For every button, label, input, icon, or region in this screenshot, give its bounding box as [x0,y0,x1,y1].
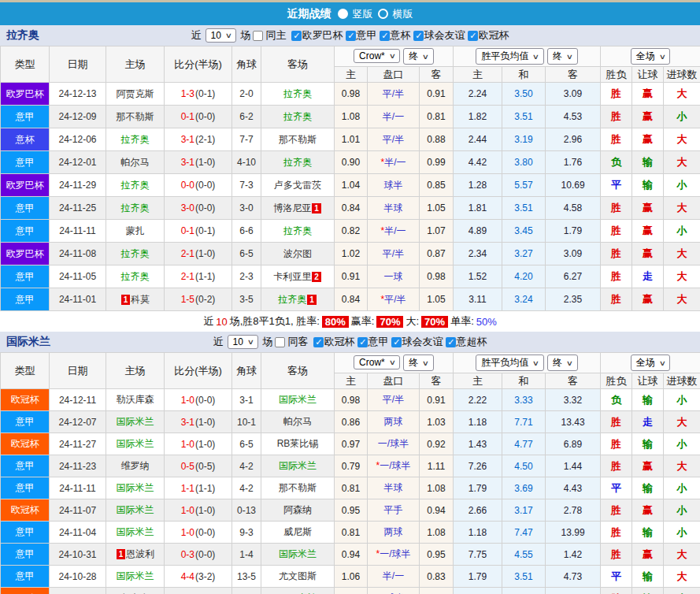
fulltime-score: 1-0 [181,395,194,406]
fulltime-score: 1-5 [181,294,194,305]
score-cell: 1-0(1-0) [165,433,232,455]
away-team-name: 拉齐奥 [278,294,306,305]
corners-cell: 9-3 [232,522,261,544]
match-date-cell: 24-11-05 [50,265,106,288]
corners-cell: 2-0 [232,83,261,106]
home-odds-cell: 0.84 [335,197,368,220]
home-odds-cell: 0.81 [335,522,368,544]
result-wdl-cell: 胜 [601,220,632,243]
league-type-cell: 欧罗巴杯 [1,174,50,197]
away-odds-cell: 0.91 [420,83,454,106]
avg-time-select[interactable]: 终∨ [547,48,578,65]
away-team-cell: 国际米兰 [261,389,335,411]
result-wdl-cell: 胜 [601,197,632,220]
recent-count-select[interactable]: 10∨ [228,335,259,349]
competition-checkbox[interactable]: ✓ [413,31,424,41]
avg-draw-cell: 4.77 [502,433,546,455]
result-goals-cell: 小 [664,174,700,197]
league-type-cell: 意甲 [1,522,50,544]
competition-checkbox[interactable]: ✓ [357,337,368,347]
odds-time-select[interactable]: 终∨ [403,48,434,65]
handicap-text: 两球 [384,526,403,537]
avg-away-cell: 2.96 [546,128,601,151]
period-select[interactable]: 全场∨ [631,48,671,65]
red-card-badge: 2 [312,272,321,282]
odds-time-select[interactable]: 终∨ [403,355,434,371]
home-team-cell: 那不勒斯 [106,106,165,128]
competition-label: 球会友谊 [402,335,443,349]
away-odds-cell: 0.85 [420,174,454,197]
matches-label: 场 [240,28,250,43]
period-select[interactable]: 全场∨ [631,355,671,371]
avg-time-select[interactable]: 终∨ [547,355,578,371]
result-handicap-cell: 输 [632,522,664,544]
avg-draw-cell: 3.24 [502,288,546,311]
odds-home-header: 主 [335,67,368,83]
handicap-text: 半/一 [384,157,406,168]
handicap-header: 盘口 [368,373,420,389]
chevron-down-icon: ∨ [532,53,539,61]
avg-home-cell: 4.42 [454,151,502,174]
corners-cell: 10-1 [232,411,261,433]
home-team-name: 蒙扎 [126,225,145,236]
home-team-name: 那不勒斯 [117,111,154,122]
match-row: 欧罗巴杯24-11-29拉齐奥0-0(0-0)7-3卢多戈雷茨1.04球半0.8… [1,174,700,197]
competition-checkbox[interactable]: ✓ [380,31,390,41]
fulltime-score: 2-1 [181,248,194,259]
odds-source-select[interactable]: Crow*∨ [354,49,400,63]
away-odds-cell: 0.99 [420,151,454,174]
corners-cell: 3-5 [232,288,261,311]
match-date-cell: 24-12-11 [50,389,106,411]
chevron-down-icon: ∨ [422,359,429,367]
home-team-name: 帕尔马 [121,157,150,168]
layout-radio-vertical[interactable] [338,9,348,19]
away-team-cell: 那不勒斯 [261,477,335,499]
fulltime-score: 1-0 [181,527,194,538]
team-section-bar-lazio: 拉齐奥 近 10∨ 场 同主 ✓欧罗巴杯✓意甲✓意杯✓球会友谊✓欧冠杯 [0,25,700,46]
result-wdl-cell: 胜 [601,522,632,544]
competition-checkbox[interactable]: ✓ [468,31,478,41]
fulltime-score: 3-1 [181,134,194,145]
recent-count-select[interactable]: 10∨ [206,28,237,43]
layout-radio-horizontal[interactable] [378,9,388,19]
home-team-cell: 拉齐奥 [106,243,165,265]
result-group-header: 全场∨ [601,353,700,373]
away-team-cell: 拉齐奥 [261,151,335,174]
handicap-result-header: 让球 [632,373,664,389]
score-cell: 0-1(0-0) [165,588,232,594]
avg-type-select[interactable]: 胜平负均值∨ [476,355,544,371]
result-wdl-cell: 胜 [601,243,632,265]
avg-away-cell: 1.33 [546,588,601,594]
avg-group-header: 胜平负均值∨终∨ [454,46,601,67]
home-team-name: 科莫 [131,294,150,305]
score-cell: 1-0(1-0) [165,499,232,522]
handicap-text: 平/半 [383,248,404,259]
result-goals-cell: 大 [664,128,700,151]
same-venue-label: 同客 [287,335,308,349]
odds-source-select[interactable]: Crow*∨ [354,355,400,369]
match-row: 意甲24-10-311恩波利0-3(0-0)1-4国际米兰0.94*一/球半0.… [1,544,700,566]
avg-home-cell: 7.26 [454,455,502,477]
odds-time-value: 终 [409,356,418,369]
match-row: 意甲24-12-09那不勒斯0-1(0-0)6-2拉齐奥1.08半/一0.811… [1,106,700,128]
avg-away-cell: 10.69 [546,174,601,197]
avg-draw-cell: 3.69 [502,477,546,499]
avg-home-cell: 8.59 [454,588,502,594]
fulltime-score: 1-3 [181,88,194,99]
competition-checkbox[interactable]: ✓ [291,31,302,41]
competition-checkbox[interactable]: ✓ [391,337,402,347]
away-odds-cell: 1.08 [420,522,454,544]
col-score-header: 比分(半场) [165,46,232,83]
avg-away-cell: 3.09 [546,83,601,106]
competition-checkbox[interactable]: ✓ [446,337,456,347]
avg-type-select[interactable]: 胜平负均值∨ [476,48,544,65]
competition-checkbox[interactable]: ✓ [346,31,356,41]
same-venue-checkbox[interactable] [253,31,263,41]
same-venue-checkbox[interactable] [275,337,285,347]
result-goals-cell: 大 [664,411,700,433]
avg-away-cell: 4.43 [546,477,601,499]
handicap-text: 半/一 [384,225,406,236]
avg-draw-cell: 5.36 [502,588,546,594]
competition-checkbox[interactable]: ✓ [313,337,324,347]
league-type-cell: 意甲 [1,265,50,288]
